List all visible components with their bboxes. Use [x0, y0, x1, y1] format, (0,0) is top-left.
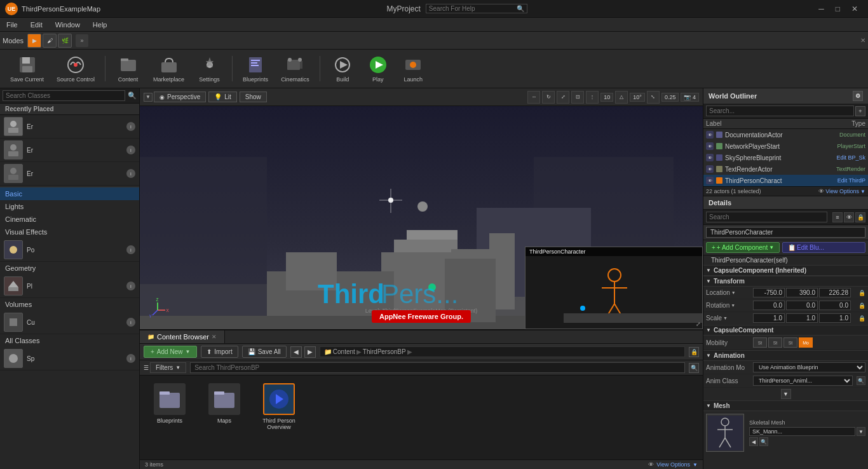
maximize-btn[interactable]: □: [831, 3, 845, 15]
outliner-settings-btn[interactable]: ⚙: [853, 91, 863, 101]
placed-item-4[interactable]: Po i: [0, 238, 139, 262]
vp-scale-snap[interactable]: ⤡: [647, 91, 660, 104]
actor-eye-3[interactable]: 👁: [706, 165, 714, 173]
cb-search-input[interactable]: [190, 362, 685, 373]
add-component-btn[interactable]: + + Add Component ▼: [706, 242, 780, 253]
placed-item-3[interactable]: Er i: [0, 162, 139, 186]
edit-blueprint-btn[interactable]: 📋 Edit Blu...: [782, 242, 865, 253]
mode-foliage[interactable]: 🌿: [58, 34, 72, 48]
cinematics-btn[interactable]: Cinematics: [276, 52, 315, 85]
vp-angle-value[interactable]: 10°: [630, 93, 645, 102]
mob-st3[interactable]: St: [783, 337, 797, 348]
minimize-btn[interactable]: ─: [813, 3, 829, 15]
launch-btn[interactable]: Launch: [396, 52, 431, 85]
cb-breadcrumb-more[interactable]: ▶: [407, 348, 412, 355]
outliner-add-btn[interactable]: +: [855, 106, 865, 116]
outliner-actor-4[interactable]: 👁 ThirdPersonCharact Edit ThirdP: [703, 175, 868, 186]
show-btn[interactable]: Show: [240, 92, 267, 102]
transform-section[interactable]: ▼ Transform: [703, 276, 868, 287]
placed-info-5[interactable]: i: [126, 282, 135, 290]
mesh-search-btn[interactable]: 🔍: [759, 437, 768, 446]
details-actor-name[interactable]: [706, 227, 865, 238]
add-component-dropdown[interactable]: ▼: [769, 245, 774, 250]
play-btn[interactable]: Play: [363, 52, 393, 85]
add-new-dropdown[interactable]: ▼: [185, 349, 190, 355]
vp-grid-size[interactable]: 10: [600, 93, 613, 102]
outliner-search-input[interactable]: [706, 105, 854, 116]
lit-btn[interactable]: 💡 Lit: [208, 92, 237, 102]
settings-btn[interactable]: Settings: [192, 52, 227, 85]
cb-view-options-btn[interactable]: View Options: [656, 461, 690, 468]
mob-movable[interactable]: Mo: [799, 337, 813, 348]
menu-file[interactable]: File: [0, 18, 24, 31]
vp-camera-speed[interactable]: 📷 4: [681, 93, 699, 102]
actor-eye-0[interactable]: 👁: [706, 131, 714, 139]
scale-x[interactable]: [753, 313, 785, 323]
capsulecomp-section[interactable]: ▼ CapsuleComponent: [703, 325, 868, 336]
save-current-btn[interactable]: Save Current: [5, 52, 49, 85]
details-eye-btn[interactable]: 👁: [844, 212, 854, 222]
save-all-btn[interactable]: 💾 Save All: [242, 346, 287, 358]
vp-angle-snap[interactable]: △: [615, 91, 628, 104]
modes-close-btn[interactable]: ✕: [860, 37, 865, 44]
scale-lock[interactable]: 🔒: [858, 315, 865, 322]
viewport[interactable]: Third Pers... X Z Y Level: ThirdPers: [140, 106, 703, 329]
anim-mode-dropdown[interactable]: Use Animation Blueprin: [753, 362, 865, 372]
capsule-section[interactable]: ▼ CapsuleComponent (Inherited): [703, 265, 868, 276]
menu-help[interactable]: Help: [86, 18, 114, 31]
rotation-x[interactable]: [753, 301, 785, 310]
add-new-btn[interactable]: + Add New ▼: [144, 346, 197, 358]
vp-translate-btn[interactable]: ↔: [527, 91, 540, 104]
category-all-classes[interactable]: All Classes: [0, 334, 139, 347]
outliner-actor-3[interactable]: 👁 TextRenderActor TextRender: [703, 163, 868, 175]
placed-info-4[interactable]: i: [126, 245, 135, 254]
vp-snap-btn[interactable]: ⋮: [586, 91, 599, 104]
inset-expand-btn[interactable]: ⤢: [696, 321, 701, 327]
location-dropdown[interactable]: ▼: [731, 290, 736, 295]
category-volumes[interactable]: Volumes: [0, 298, 139, 311]
placed-item-5[interactable]: Pl i: [0, 275, 139, 298]
scale-dropdown[interactable]: ▼: [723, 316, 728, 320]
category-visual-effects[interactable]: Visual Effects: [0, 226, 139, 238]
source-control-btn[interactable]: Source Control: [51, 52, 100, 85]
view-options-btn[interactable]: View Options: [825, 188, 859, 194]
category-lights[interactable]: Lights: [0, 200, 139, 213]
category-geometry[interactable]: Geometry: [0, 262, 139, 275]
search-classes-input[interactable]: [3, 90, 125, 101]
content-browser-tab[interactable]: 📁 Content Browser ✕: [140, 330, 225, 343]
cb-forward-btn[interactable]: ▶: [304, 346, 316, 358]
mesh-nav-left[interactable]: ◀: [749, 437, 758, 446]
mob-stationary[interactable]: St: [768, 337, 782, 348]
actor-eye-1[interactable]: 👁: [706, 142, 714, 150]
rotation-lock[interactable]: 🔒: [858, 302, 865, 309]
placed-item-1[interactable]: Er i: [0, 115, 139, 139]
details-list-view-btn[interactable]: ≡: [832, 212, 843, 222]
placed-info-3[interactable]: i: [126, 169, 135, 178]
mode-landscape[interactable]: 🖌: [43, 34, 57, 48]
placed-info-7[interactable]: i: [126, 354, 135, 363]
close-btn[interactable]: ✕: [846, 3, 863, 15]
scale-z[interactable]: [819, 313, 851, 323]
perspective-btn[interactable]: ◉ Perspective: [154, 92, 206, 102]
cb-view-dropdown[interactable]: ▼: [693, 462, 698, 468]
vp-dropdown-btn[interactable]: ▼: [144, 93, 153, 102]
category-cinematic[interactable]: Cinematic: [0, 213, 139, 226]
modes-expand[interactable]: »: [76, 34, 88, 47]
blueprints-btn[interactable]: Blueprints: [238, 52, 273, 85]
placed-item-6[interactable]: Cu i: [0, 311, 139, 334]
build-btn[interactable]: Build: [325, 52, 360, 85]
cb-item-third-person[interactable]: Third Person Overview: [257, 383, 301, 452]
cb-breadcrumb-folder[interactable]: ThirdPersonBP: [363, 348, 406, 355]
rotation-y[interactable]: [786, 301, 818, 310]
rotation-z[interactable]: [819, 301, 851, 310]
anim-expand-btn[interactable]: ▼: [781, 389, 791, 399]
anim-class-search-btn[interactable]: 🔍: [857, 376, 865, 385]
scale-y[interactable]: [786, 313, 818, 323]
location-lock[interactable]: 🔒: [858, 290, 865, 296]
mob-static[interactable]: St: [753, 337, 767, 348]
cb-lock-btn[interactable]: 🔒: [689, 347, 699, 357]
location-z[interactable]: [819, 288, 851, 297]
search-help-input[interactable]: [429, 5, 517, 12]
category-basic[interactable]: Basic: [0, 187, 139, 200]
mesh-section-header[interactable]: ▼ Mesh: [703, 400, 868, 411]
